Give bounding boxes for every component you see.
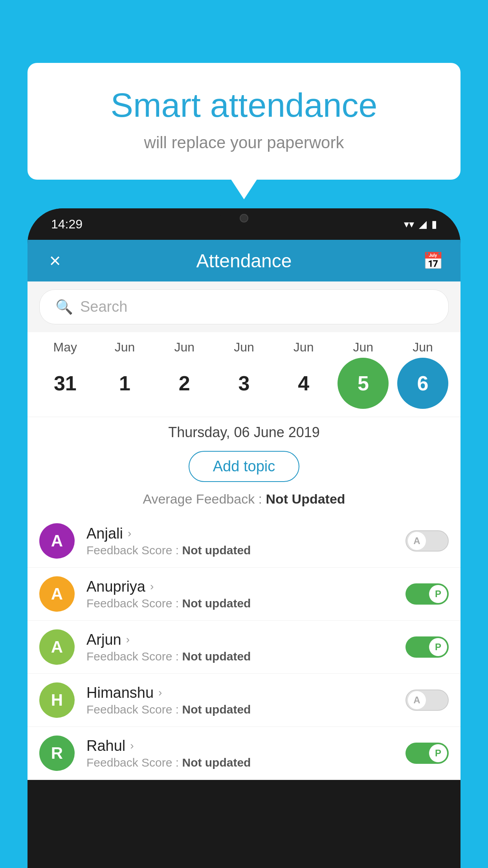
month-5: Jun bbox=[338, 340, 389, 355]
selected-date-label: Thursday, 06 June 2019 bbox=[28, 417, 460, 445]
toggle-thumb-1: P bbox=[429, 585, 447, 603]
speech-bubble-container: Smart attendance will replace your paper… bbox=[28, 63, 460, 180]
student-feedback-1: Feedback Score : Not updated bbox=[86, 597, 405, 610]
signal-icon: ◢ bbox=[419, 218, 427, 230]
close-button[interactable]: × bbox=[43, 249, 67, 272]
feedback-value: Not Updated bbox=[266, 491, 345, 506]
chevron-icon-4: › bbox=[130, 739, 134, 752]
add-topic-button[interactable]: Add topic bbox=[189, 451, 299, 482]
month-2: Jun bbox=[159, 340, 210, 355]
status-time: 14:29 bbox=[51, 217, 83, 232]
student-name-4[interactable]: Rahul › bbox=[86, 737, 405, 754]
feedback-label: Average Feedback : bbox=[143, 491, 266, 506]
chevron-icon-2: › bbox=[126, 633, 130, 646]
student-avatar-4: R bbox=[39, 736, 75, 771]
date-4[interactable]: 4 bbox=[278, 358, 329, 409]
student-name-1[interactable]: Anupriya › bbox=[86, 578, 405, 595]
toggle-container-1[interactable]: P bbox=[405, 583, 449, 605]
calendar-icon[interactable]: 📅 bbox=[421, 251, 445, 270]
student-name-3[interactable]: Himanshu › bbox=[86, 684, 405, 701]
date-1[interactable]: 1 bbox=[99, 358, 150, 409]
student-feedback-4: Feedback Score : Not updated bbox=[86, 756, 405, 769]
notch bbox=[220, 208, 268, 228]
camera bbox=[240, 214, 248, 223]
month-6: Jun bbox=[397, 340, 448, 355]
attendance-toggle-1[interactable]: P bbox=[405, 583, 449, 605]
student-name-0[interactable]: Anjali › bbox=[86, 525, 405, 542]
student-info-2: Arjun › Feedback Score : Not updated bbox=[86, 631, 405, 663]
feedback-summary: Average Feedback : Not Updated bbox=[28, 488, 460, 515]
battery-icon: ▮ bbox=[431, 218, 437, 230]
date-3[interactable]: 3 bbox=[218, 358, 270, 409]
student-item-4: R Rahul › Feedback Score : Not updated P bbox=[28, 727, 460, 780]
toggle-container-2[interactable]: P bbox=[405, 636, 449, 658]
chevron-icon-0: › bbox=[128, 527, 131, 540]
month-4: Jun bbox=[278, 340, 329, 355]
student-info-1: Anupriya › Feedback Score : Not updated bbox=[86, 578, 405, 610]
month-1: Jun bbox=[99, 340, 150, 355]
status-icons: ▾▾ ◢ ▮ bbox=[404, 218, 437, 230]
student-info-4: Rahul › Feedback Score : Not updated bbox=[86, 737, 405, 769]
student-avatar-1: A bbox=[39, 576, 75, 612]
student-item-1: A Anupriya › Feedback Score : Not update… bbox=[28, 568, 460, 621]
search-placeholder: Search bbox=[80, 298, 127, 315]
toggle-thumb-2: P bbox=[429, 638, 447, 656]
search-container: 🔍 Search bbox=[28, 281, 460, 332]
student-info-3: Himanshu › Feedback Score : Not updated bbox=[86, 684, 405, 716]
date-2[interactable]: 2 bbox=[159, 358, 210, 409]
student-item-0: A Anjali › Feedback Score : Not updated … bbox=[28, 515, 460, 568]
bubble-title: Smart attendance bbox=[59, 86, 429, 124]
toggle-container-0[interactable]: A bbox=[405, 530, 449, 552]
calendar-months: May Jun Jun Jun Jun Jun Jun bbox=[35, 340, 453, 355]
calendar-strip: May Jun Jun Jun Jun Jun Jun 31 1 2 3 4 5… bbox=[28, 332, 460, 413]
status-bar: 14:29 ▾▾ ◢ ▮ bbox=[28, 208, 460, 240]
toggle-thumb-0: A bbox=[408, 532, 426, 550]
student-feedback-0: Feedback Score : Not updated bbox=[86, 544, 405, 557]
student-info-0: Anjali › Feedback Score : Not updated bbox=[86, 525, 405, 557]
student-item-2: A Arjun › Feedback Score : Not updated P bbox=[28, 621, 460, 674]
attendance-toggle-0[interactable]: A bbox=[405, 530, 449, 552]
date-5-today[interactable]: 5 bbox=[338, 358, 389, 409]
search-bar[interactable]: 🔍 Search bbox=[39, 289, 449, 324]
toggle-thumb-4: P bbox=[429, 744, 447, 762]
phone-frame: 14:29 ▾▾ ◢ ▮ × Attendance 📅 🔍 Search May bbox=[28, 208, 460, 868]
student-avatar-3: H bbox=[39, 682, 75, 718]
attendance-toggle-4[interactable]: P bbox=[405, 743, 449, 764]
attendance-toggle-3[interactable]: A bbox=[405, 690, 449, 711]
add-topic-container: Add topic bbox=[28, 445, 460, 488]
toggle-container-4[interactable]: P bbox=[405, 743, 449, 764]
bubble-subtitle: will replace your paperwork bbox=[59, 133, 429, 152]
date-0[interactable]: 31 bbox=[40, 358, 91, 409]
chevron-icon-1: › bbox=[150, 580, 154, 593]
phone-content: 🔍 Search May Jun Jun Jun Jun Jun Jun 31 … bbox=[28, 281, 460, 780]
student-name-2[interactable]: Arjun › bbox=[86, 631, 405, 648]
toggle-thumb-3: A bbox=[408, 691, 426, 709]
speech-bubble: Smart attendance will replace your paper… bbox=[28, 63, 460, 180]
chevron-icon-3: › bbox=[158, 686, 162, 699]
student-avatar-2: A bbox=[39, 629, 75, 665]
attendance-toggle-2[interactable]: P bbox=[405, 636, 449, 658]
search-icon: 🔍 bbox=[55, 299, 73, 315]
app-header: × Attendance 📅 bbox=[28, 240, 460, 281]
date-6-selected[interactable]: 6 bbox=[397, 358, 448, 409]
student-feedback-3: Feedback Score : Not updated bbox=[86, 703, 405, 716]
month-3: Jun bbox=[218, 340, 270, 355]
header-title: Attendance bbox=[196, 250, 292, 272]
student-feedback-2: Feedback Score : Not updated bbox=[86, 650, 405, 663]
calendar-dates: 31 1 2 3 4 5 6 bbox=[35, 358, 453, 409]
wifi-icon: ▾▾ bbox=[404, 218, 414, 230]
toggle-container-3[interactable]: A bbox=[405, 690, 449, 711]
student-avatar-0: A bbox=[39, 523, 75, 559]
student-list: A Anjali › Feedback Score : Not updated … bbox=[28, 515, 460, 780]
student-item-3: H Himanshu › Feedback Score : Not update… bbox=[28, 674, 460, 727]
month-0: May bbox=[40, 340, 91, 355]
